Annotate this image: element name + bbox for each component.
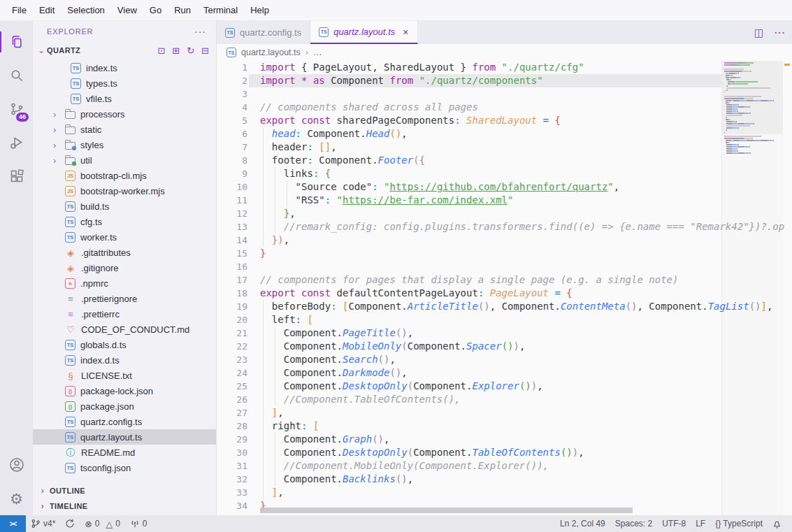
activity-explorer-icon[interactable] bbox=[0, 25, 33, 59]
code-line-5[interactable]: 5export const sharedPageComponents: Shar… bbox=[217, 114, 792, 127]
file-tree-item-CODE_OF_CONDUCT.md[interactable]: ♡CODE_OF_CONDUCT.md bbox=[33, 322, 216, 337]
code-line-32[interactable]: 32 Component.Backlinks(), bbox=[217, 473, 792, 486]
status-problems[interactable]: ⊗0△0 bbox=[80, 515, 124, 532]
file-tree-item-processors[interactable]: ›processors bbox=[33, 106, 216, 122]
activity-search-icon[interactable] bbox=[0, 59, 33, 92]
code-line-2[interactable]: 2import * as Component from "./quartz/co… bbox=[217, 74, 792, 87]
file-tree-item-tsconfig.json[interactable]: TStsconfig.json bbox=[33, 460, 216, 475]
remote-indicator[interactable]: >< bbox=[0, 515, 26, 532]
new-folder-icon[interactable]: ⊞ bbox=[172, 45, 180, 56]
code-line-26[interactable]: 26 //Component.TableOfContents(), bbox=[217, 393, 792, 406]
breadcrumb-file[interactable]: quartz.layout.ts bbox=[241, 48, 301, 57]
code-line-33[interactable]: 33 ], bbox=[217, 486, 792, 499]
status-ln-2-col-49[interactable]: Ln 2, Col 49 bbox=[555, 515, 610, 532]
file-tree-item-LICENSE.txt[interactable]: §LICENSE.txt bbox=[33, 368, 216, 383]
file-tree-item-static[interactable]: ›static bbox=[33, 122, 216, 137]
menu-item-selection[interactable]: Selection bbox=[61, 0, 110, 21]
file-tree-item-util[interactable]: ›util bbox=[33, 152, 216, 168]
status--typescript[interactable]: {} TypeScript bbox=[710, 515, 768, 532]
file-tree-item-styles[interactable]: ›styles bbox=[33, 137, 216, 152]
code-line-22[interactable]: 22 Component.MobileOnly(Component.Spacer… bbox=[217, 340, 792, 353]
minimap[interactable] bbox=[721, 61, 783, 515]
file-tree-item-vfile.ts[interactable]: TSvfile.ts bbox=[33, 91, 216, 106]
file-tree-item-types.ts[interactable]: TStypes.ts bbox=[33, 76, 216, 91]
code-line-18[interactable]: 18export const defaultContentPageLayout:… bbox=[217, 287, 792, 300]
code-line-15[interactable]: 15} bbox=[217, 247, 792, 260]
sidebar-section-outline[interactable]: ›OUTLINE bbox=[33, 483, 216, 498]
code-line-8[interactable]: 8 footer: Component.Footer({ bbox=[217, 154, 792, 167]
file-tree-item-globals.d.ts[interactable]: TSglobals.d.ts bbox=[33, 337, 216, 352]
close-icon[interactable]: × bbox=[403, 27, 408, 38]
menu-item-go[interactable]: Go bbox=[143, 0, 168, 21]
status-lf[interactable]: LF bbox=[691, 515, 710, 532]
code-line-7[interactable]: 7 header: [], bbox=[217, 141, 792, 154]
menu-item-file[interactable]: File bbox=[6, 0, 33, 21]
code-line-14[interactable]: 14 }), bbox=[217, 233, 792, 247]
menu-item-run[interactable]: Run bbox=[168, 0, 197, 21]
project-section-header[interactable]: ⌄ QUARTZ ⊡⊞↻⊟ bbox=[33, 42, 216, 59]
split-editor-icon[interactable]: ◫ bbox=[754, 27, 764, 39]
code-line-29[interactable]: 29 Component.Graph(), bbox=[217, 433, 792, 446]
activity-settings-icon[interactable]: ⚙ bbox=[0, 482, 33, 515]
explorer-more-actions-icon[interactable]: ··· bbox=[194, 26, 206, 37]
file-tree-item-package.json[interactable]: {}package.json bbox=[33, 398, 216, 414]
code-line-23[interactable]: 23 Component.Search(), bbox=[217, 353, 792, 366]
code-line-27[interactable]: 27 ], bbox=[217, 406, 792, 419]
code-line-20[interactable]: 20 left: [ bbox=[217, 313, 792, 326]
code-line-6[interactable]: 6 head: Component.Head(), bbox=[217, 127, 792, 141]
file-tree-item-.npmrc[interactable]: n.npmrc bbox=[33, 275, 216, 291]
code-line-9[interactable]: 9 links: { bbox=[217, 167, 792, 180]
file-tree-item-worker.ts[interactable]: TSworker.ts bbox=[33, 229, 216, 245]
file-tree-item-index.ts[interactable]: TSindex.ts bbox=[33, 60, 216, 76]
status-branch[interactable]: v4* bbox=[26, 515, 60, 532]
code-line-1[interactable]: 1import { PageLayout, SharedLayout } fro… bbox=[217, 61, 792, 74]
refresh-icon[interactable]: ↻ bbox=[187, 45, 194, 56]
file-tree-item-build.ts[interactable]: TSbuild.ts bbox=[33, 199, 216, 214]
tab-quartz.config.ts[interactable]: TSquartz.config.ts bbox=[217, 21, 310, 44]
file-tree-item-.prettierrc[interactable]: ≡.prettierrc bbox=[33, 306, 216, 322]
horizontal-scrollbar[interactable] bbox=[260, 508, 633, 513]
activity-extensions-icon[interactable] bbox=[0, 159, 33, 193]
code-line-13[interactable]: 13 //remark_config: config.plugins.trans… bbox=[217, 220, 792, 233]
file-tree-item-quartz.config.ts[interactable]: TSquartz.config.ts bbox=[33, 414, 216, 429]
code-line-25[interactable]: 25 Component.DesktopOnly(Component.Explo… bbox=[217, 380, 792, 393]
code-line-12[interactable]: 12 }, bbox=[217, 207, 792, 220]
code-line-10[interactable]: 10 "Source code": "https://github.com/bf… bbox=[217, 180, 792, 194]
sidebar-section-timeline[interactable]: ›TIMELINE bbox=[33, 498, 216, 514]
menu-item-edit[interactable]: Edit bbox=[33, 0, 61, 21]
file-tree-item-package-lock.json[interactable]: {}package-lock.json bbox=[33, 383, 216, 398]
file-tree-item-.gitattributes[interactable]: ◈.gitattributes bbox=[33, 245, 216, 260]
notifications-bell[interactable] bbox=[768, 515, 786, 532]
file-tree-item-bootstrap-worker.mjs[interactable]: JSbootstrap-worker.mjs bbox=[33, 183, 216, 199]
file-tree-item-cfg.ts[interactable]: TScfg.ts bbox=[33, 214, 216, 229]
file-tree-item-bootstrap-cli.mjs[interactable]: JSbootstrap-cli.mjs bbox=[33, 168, 216, 183]
code-editor[interactable]: 1import { PageLayout, SharedLayout } fro… bbox=[217, 61, 792, 515]
status-tower[interactable]: 0 bbox=[125, 515, 152, 532]
status-utf-8[interactable]: UTF-8 bbox=[657, 515, 691, 532]
code-line-21[interactable]: 21 Component.PageTitle(), bbox=[217, 326, 792, 340]
menu-item-view[interactable]: View bbox=[111, 0, 143, 21]
activity-account-icon[interactable] bbox=[0, 448, 33, 482]
code-line-4[interactable]: 4// components shared across all pages bbox=[217, 101, 792, 114]
code-line-31[interactable]: 31 //Component.MobileOnly(Component.Expl… bbox=[217, 459, 792, 473]
new-file-icon[interactable]: ⊡ bbox=[157, 45, 165, 56]
code-line-19[interactable]: 19 beforeBody: [Component.ArticleTitle()… bbox=[217, 300, 792, 313]
file-tree-item-index.d.ts[interactable]: TSindex.d.ts bbox=[33, 352, 216, 368]
activity-run-debug-icon[interactable] bbox=[0, 126, 33, 159]
tab-quartz.layout.ts[interactable]: TSquartz.layout.ts× bbox=[310, 21, 417, 44]
code-line-11[interactable]: 11 "RSS": "https://be-far.com/index.xml" bbox=[217, 194, 792, 207]
editor-more-actions-icon[interactable]: ⋯ bbox=[774, 26, 785, 39]
activity-source-control-icon[interactable]: 46 bbox=[0, 92, 33, 126]
code-line-17[interactable]: 17// components for pages that display a… bbox=[217, 273, 792, 287]
file-tree-item-.prettierignore[interactable]: ≡.prettierignore bbox=[33, 291, 216, 306]
code-line-16[interactable]: 16 bbox=[217, 260, 792, 273]
status-sync[interactable] bbox=[60, 515, 80, 532]
code-line-24[interactable]: 24 Component.Darkmode(), bbox=[217, 366, 792, 380]
status-spaces-2[interactable]: Spaces: 2 bbox=[610, 515, 657, 532]
file-tree-item-quartz.layout.ts[interactable]: TSquartz.layout.ts bbox=[33, 429, 216, 445]
breadcrumb[interactable]: TS quartz.layout.ts › … bbox=[217, 44, 792, 61]
menu-item-help[interactable]: Help bbox=[244, 0, 275, 21]
file-tree-item-README.md[interactable]: ⓘREADME.md bbox=[33, 445, 216, 460]
code-line-3[interactable]: 3 bbox=[217, 87, 792, 101]
collapse-all-icon[interactable]: ⊟ bbox=[201, 45, 209, 56]
